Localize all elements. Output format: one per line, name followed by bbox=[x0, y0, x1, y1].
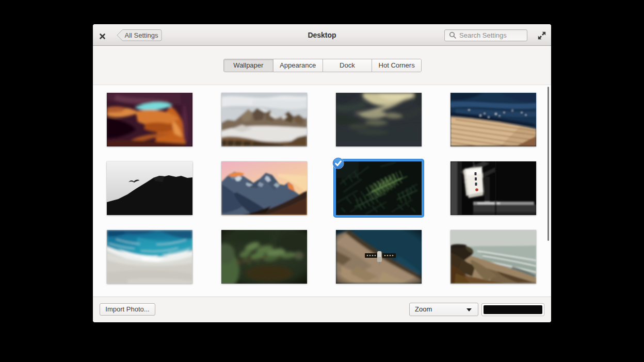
svg-text:All Settings: All Settings bbox=[124, 31, 158, 39]
